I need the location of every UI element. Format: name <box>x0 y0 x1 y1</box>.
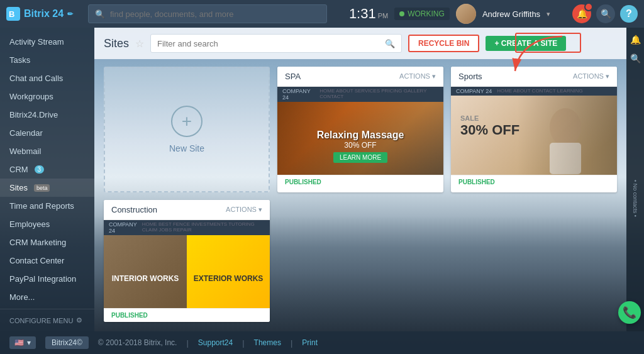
right-panel-bell-icon[interactable]: 🔔 <box>628 33 642 47</box>
sidebar-item-employees[interactable]: Employees <box>0 215 94 233</box>
favorite-star-icon[interactable]: ☆ <box>135 38 144 50</box>
flag-dropdown-icon: ▾ <box>27 338 31 347</box>
sidebar-item-drive[interactable]: Bitrix24.Drive <box>0 106 94 124</box>
construction-nav: HOME BEST FENCE INVESTMENTS TUTORING CLA… <box>142 221 265 234</box>
sidebar-label-calendar: Calendar <box>9 128 43 138</box>
sidebar-item-tasks[interactable]: Tasks <box>0 51 94 69</box>
construction-status: PUBLISHED <box>104 308 270 322</box>
spa-headline: Relaxing Massage <box>317 130 404 141</box>
sidebar-label-time: Time and Reports <box>9 201 74 211</box>
sidebar-item-workgroups[interactable]: Workgroups <box>0 87 94 106</box>
new-site-card[interactable]: + New Site <box>104 67 270 192</box>
configure-menu-button[interactable]: CONFIGURE MENU ⚙ <box>0 312 94 329</box>
right-panel: 🔔 🔍 • No contacts • <box>626 28 644 331</box>
filter-input[interactable] <box>157 39 382 48</box>
search-global-icon[interactable]: 🔍 <box>596 4 615 23</box>
sports-nav: HOME ABOUT CONTACT LEARNING <box>497 88 582 94</box>
sidebar-item-webmail[interactable]: Webmail <box>0 142 94 160</box>
sidebar-item-time[interactable]: Time and Reports <box>0 197 94 215</box>
sidebar-label-tasks: Tasks <box>9 55 30 65</box>
spa-actions-button[interactable]: ACTIONS ▾ <box>399 72 436 80</box>
right-panel-search-icon[interactable]: 🔍 <box>628 52 642 65</box>
avatar-image <box>456 4 476 24</box>
language-selector[interactable]: 🇺🇸 ▾ <box>9 336 36 349</box>
sidebar-label-chat: Chat and Calls <box>9 74 63 83</box>
sidebar-item-paypal[interactable]: PayPal Integration <box>0 270 94 288</box>
create-site-button[interactable]: + CREATE A SITE <box>486 36 566 51</box>
sidebar-label-paypal: PayPal Integration <box>9 274 76 284</box>
sports-company: COMPANY 24 <box>456 88 492 94</box>
notifications-icon[interactable]: 🔔 <box>572 4 591 23</box>
no-contacts-text: • No contacts • <box>632 180 638 217</box>
notif-badge <box>584 3 593 11</box>
spa-bg: Relaxing Massage 30% OFF LEARN MORE <box>277 102 443 175</box>
sidebar-item-chat[interactable]: Chat and Calls <box>0 69 94 87</box>
sites-beta-badge: beta <box>34 184 50 192</box>
time-display: 1:31 <box>349 6 376 22</box>
sidebar-item-contact-center[interactable]: Contact Center <box>0 252 94 270</box>
logo-icon: B <box>6 7 20 21</box>
filter-search-icon: 🔍 <box>385 39 395 48</box>
logo-name: Bitrix <box>24 8 50 19</box>
sep1: | <box>186 338 188 348</box>
sidebar: Activity Stream Tasks Chat and Calls Wor… <box>0 28 94 331</box>
sidebar-item-more[interactable]: More... <box>0 288 94 306</box>
construction-image: COMPANY 24 HOME BEST FENCE INVESTMENTS T… <box>104 220 270 308</box>
logo-num: 24 <box>52 8 64 19</box>
sidebar-label-sites: Sites <box>9 183 28 192</box>
sports-sale: SALE <box>460 114 519 122</box>
sports-status: PUBLISHED <box>451 175 617 189</box>
construction-left: INTERIOR WORKS <box>104 235 187 308</box>
logo[interactable]: B Bitrix 24 ✏ <box>6 7 82 21</box>
construction-company-bar: COMPANY 24 HOME BEST FENCE INVESTMENTS T… <box>104 220 270 235</box>
construction-card-title: Construction <box>111 205 157 214</box>
working-status[interactable]: WORKING <box>394 8 450 20</box>
sidebar-divider <box>0 309 94 309</box>
sidebar-item-calendar[interactable]: Calendar <box>0 124 94 142</box>
status-dot <box>399 11 404 16</box>
search-box: 🔍 <box>88 4 327 23</box>
brand-label[interactable]: Bitrix24© <box>45 336 89 349</box>
spa-company: COMPANY 24 <box>282 88 314 101</box>
sites-title: Sites <box>104 37 129 50</box>
sports-card-header: Sports ACTIONS ▾ <box>451 67 617 87</box>
themes-link[interactable]: Themes <box>254 338 281 347</box>
sidebar-label-activity: Activity Stream <box>9 37 64 47</box>
spa-subline: 30% OFF <box>317 141 404 150</box>
recycle-bin-button[interactable]: RECYCLE BIN <box>408 35 479 52</box>
sidebar-item-sites[interactable]: Sites beta <box>0 179 94 197</box>
spa-cta: LEARN MORE <box>333 152 387 163</box>
construction-actions-button[interactable]: ACTIONS ▾ <box>226 206 262 214</box>
search-input[interactable] <box>110 9 320 19</box>
username[interactable]: Andrew Griffiths <box>482 9 540 19</box>
sports-card: Sports ACTIONS ▾ COMPANY 24 HOME ABOUT C… <box>451 67 617 192</box>
edit-icon[interactable]: ✏ <box>67 10 73 18</box>
sep3: | <box>291 338 292 348</box>
flag-icon: 🇺🇸 <box>14 338 24 347</box>
sidebar-item-activity-stream[interactable]: Activity Stream <box>0 33 94 51</box>
username-arrow[interactable]: ▾ <box>547 10 550 18</box>
spa-company-bar: COMPANY 24 HOME ABOUT SERVICES PRICING G… <box>277 87 443 102</box>
sidebar-item-crm[interactable]: CRM 3 <box>0 160 94 179</box>
sidebar-label-crm: CRM <box>9 165 28 174</box>
help-icon[interactable]: ? <box>620 5 638 23</box>
sports-actions-button[interactable]: ACTIONS ▾ <box>573 72 609 80</box>
sidebar-label-contact: Contact Center <box>9 256 64 265</box>
filter-box: 🔍 <box>150 34 402 53</box>
sep2: | <box>242 338 244 348</box>
spa-nav: HOME ABOUT SERVICES PRICING GALLERY CONT… <box>319 88 438 101</box>
sites-header: Sites ☆ 🔍 RECYCLE BIN + CREATE A SITE <box>94 28 626 59</box>
sidebar-item-crm-marketing[interactable]: CRM Marketing <box>0 233 94 252</box>
phone-button[interactable]: 📞 <box>618 301 641 324</box>
support-link[interactable]: Support24 <box>198 338 233 347</box>
footer: 🇺🇸 ▾ Bitrix24© © 2001-2018 Bitrix, Inc. … <box>0 331 644 354</box>
search-icon: 🔍 <box>95 9 105 19</box>
print-link[interactable]: Print <box>302 338 318 347</box>
avatar[interactable] <box>456 4 476 24</box>
header: B Bitrix 24 ✏ 🔍 1:31 PM WORKING Andrew G… <box>0 0 644 28</box>
crm-badge: 3 <box>35 165 45 174</box>
construction-right: EXTERIOR WORKS <box>187 235 270 308</box>
sports-bg: SALE 30% OFF <box>451 96 617 175</box>
logo-text: Bitrix 24 <box>24 8 64 19</box>
spa-card-title: SPA <box>285 72 301 81</box>
